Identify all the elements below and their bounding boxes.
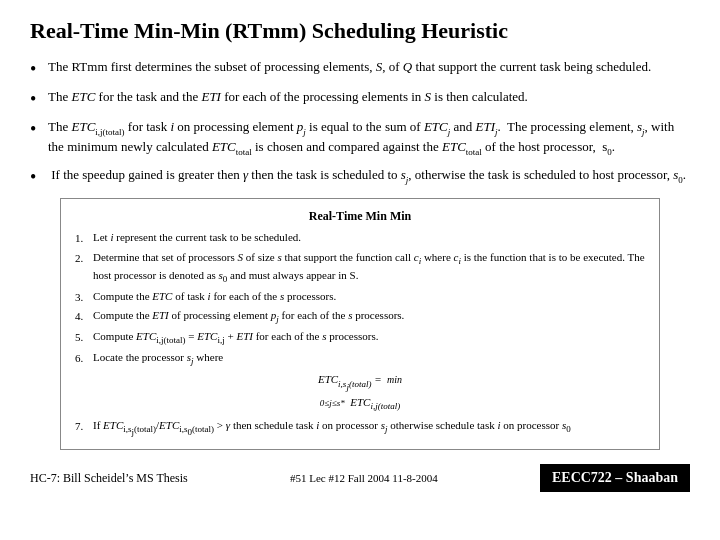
algo-item: 3. Compute the ETC of task i for each of… — [75, 289, 645, 306]
bullet-list: • The RTmm first determines the subset o… — [30, 58, 690, 188]
footer: HC-7: Bill Scheidel’s MS Thesis #51 Lec … — [30, 460, 690, 492]
algo-num: 1. — [75, 230, 93, 247]
bullet-dot: • — [30, 166, 48, 189]
algo-item: 5. Compute ETCi,j(total) = ETCi,j + ETI … — [75, 329, 645, 347]
algo-item: 1. Let i represent the current task to b… — [75, 230, 645, 247]
algo-content: Locate the processor sj where — [93, 350, 645, 368]
algo-content: Compute ETCi,j(total) = ETCi,j + ETI for… — [93, 329, 645, 347]
algo-num: 3. — [75, 289, 93, 306]
bullet-text: The ETC for the task and the ETI for eac… — [48, 88, 690, 107]
list-item: • The ETC for the task and the ETI for e… — [30, 88, 690, 111]
algo-content: Compute the ETI of processing element pj… — [93, 308, 645, 326]
footer-center: #51 Lec #12 Fall 2004 11-8-2004 — [188, 472, 540, 484]
algorithm-box: Real-Time Min Min 1. Let i represent the… — [60, 198, 660, 450]
algo-content: Let i represent the current task to be s… — [93, 230, 645, 245]
algo-item: 2. Determine that set of processors S of… — [75, 250, 645, 286]
algo-content: If ETCi,sj(total)/ETCi,s0(total) > γ the… — [93, 418, 645, 439]
list-item: • The RTmm first determines the subset o… — [30, 58, 690, 81]
footer-left: HC-7: Bill Scheidel’s MS Thesis — [30, 471, 188, 486]
slide-title: Real-Time Min-Min (RTmm) Scheduling Heur… — [30, 18, 690, 44]
bullet-dot: • — [30, 58, 48, 81]
bullet-dot: • — [30, 88, 48, 111]
bullet-dot: • — [30, 118, 48, 141]
algo-item: 6. Locate the processor sj where — [75, 350, 645, 368]
list-item: • If the speedup gained is greater then … — [30, 166, 690, 189]
algo-item: 7. If ETCi,sj(total)/ETCi,s0(total) > γ … — [75, 418, 645, 439]
algo-num: 7. — [75, 418, 93, 435]
algo-num: 4. — [75, 308, 93, 325]
algo-content: Compute the ETC of task i for each of th… — [93, 289, 645, 304]
algo-num: 2. — [75, 250, 93, 267]
bullet-text: The ETCi,j(total) for task i on processi… — [48, 118, 690, 159]
list-item: • The ETCi,j(total) for task i on proces… — [30, 118, 690, 159]
algo-num: 5. — [75, 329, 93, 346]
algo-item: 4. Compute the ETI of processing element… — [75, 308, 645, 326]
footer-right: EECC722 – Shaaban — [540, 464, 690, 492]
slide: Real-Time Min-Min (RTmm) Scheduling Heur… — [0, 0, 720, 540]
algo-content: Determine that set of processors S of si… — [93, 250, 645, 286]
algo-formula: ETCi,sj(total) = min0≤j≤s* ETCi,j(total) — [75, 371, 645, 413]
algo-num: 6. — [75, 350, 93, 367]
bullet-text: If the speedup gained is greater then γ … — [48, 166, 690, 187]
algo-title: Real-Time Min Min — [75, 207, 645, 225]
bullet-text: The RTmm first determines the subset of … — [48, 58, 690, 77]
